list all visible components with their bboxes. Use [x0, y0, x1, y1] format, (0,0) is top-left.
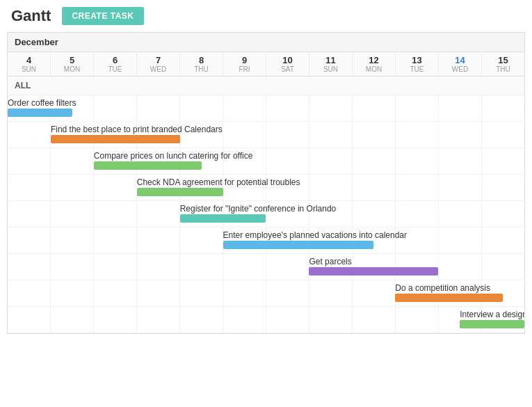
day-col-9: 9FRI — [223, 52, 266, 76]
task-label: Check NDA agreement for potential troubl… — [137, 177, 300, 187]
task-label: Find the best place to print branded Cal… — [51, 125, 223, 134]
day-number: 9 — [225, 55, 264, 65]
day-col-4: 4SUN — [8, 52, 51, 76]
task-bar — [137, 188, 223, 196]
task-bar — [309, 267, 438, 276]
day-label: TUE — [95, 65, 135, 73]
day-col-14: 14WED — [439, 52, 482, 76]
day-col-5: 5MON — [51, 52, 94, 76]
create-task-button[interactable]: CrEATE TASK — [62, 7, 143, 25]
day-number: 7 — [138, 55, 178, 65]
tasks-area: Order coffee filtersFind the best place … — [8, 95, 524, 333]
task-label: Order coffee filters — [8, 98, 76, 108]
day-col-15: 15THU — [482, 52, 524, 76]
gantt-chart: December 4SUN5MON6TUE7WED8THU9FRI10SAT11… — [7, 32, 525, 334]
day-number: 4 — [9, 55, 49, 65]
day-label: MON — [52, 65, 92, 73]
day-col-8: 8THU — [180, 52, 223, 76]
task-label: Get parcels — [309, 257, 351, 266]
day-number: 14 — [440, 55, 480, 65]
task-bar — [223, 241, 374, 249]
task-row: Do a competition analysis — [8, 280, 524, 307]
day-number: 11 — [311, 55, 350, 65]
task-bar — [460, 320, 524, 328]
all-label: ALL — [8, 77, 524, 95]
day-label: SUN — [311, 65, 350, 73]
task-bar — [8, 109, 72, 117]
task-label: Do a competition analysis — [395, 283, 490, 293]
task-label: Interview a design candidate: Jane — [460, 310, 525, 319]
day-label: THU — [182, 65, 221, 73]
day-label: WED — [138, 65, 178, 73]
days-header: 4SUN5MON6TUE7WED8THU9FRI10SAT11SUN12MON1… — [8, 52, 524, 77]
task-row: Get parcels — [8, 254, 524, 280]
day-label: WED — [440, 65, 480, 73]
day-label: THU — [483, 65, 523, 73]
day-label: SAT — [268, 65, 307, 73]
task-bar — [51, 135, 180, 143]
day-label: SUN — [9, 65, 49, 73]
day-number: 10 — [268, 55, 307, 65]
page-header: Gantt CrEATE TASK — [0, 0, 532, 32]
task-bar — [395, 294, 503, 302]
task-row: Find the best place to print branded Cal… — [8, 122, 524, 148]
day-col-6: 6TUE — [94, 52, 137, 76]
task-label: Enter employee's planned vacations into … — [223, 230, 407, 240]
task-bar — [180, 214, 266, 223]
day-number: 6 — [95, 55, 135, 65]
day-number: 5 — [52, 55, 92, 65]
day-col-10: 10SAT — [266, 52, 309, 76]
task-label: Register for "Ignite" conference in Orla… — [180, 204, 337, 214]
day-col-11: 11SUN — [309, 52, 353, 76]
day-col-7: 7WED — [137, 52, 180, 76]
task-row: Check NDA agreement for potential troubl… — [8, 175, 524, 201]
day-number: 12 — [354, 55, 394, 65]
task-row: Enter employee's planned vacations into … — [8, 228, 524, 254]
task-row: Register for "Ignite" conference in Orla… — [8, 201, 524, 228]
task-label: Compare prices on lunch catering for off… — [94, 151, 253, 161]
day-label: MON — [354, 65, 394, 73]
task-bar — [94, 161, 202, 170]
page-title: Gantt — [11, 7, 51, 25]
task-row: Order coffee filters — [8, 95, 524, 122]
day-number: 15 — [483, 55, 523, 65]
task-row: Interview a design candidate: Jane — [8, 307, 524, 333]
task-row: Compare prices on lunch catering for off… — [8, 148, 524, 175]
day-col-12: 12MON — [353, 52, 396, 76]
day-number: 13 — [397, 55, 437, 65]
day-label: FRI — [225, 65, 264, 73]
month-label: December — [8, 33, 524, 52]
day-label: TUE — [397, 65, 437, 73]
day-number: 8 — [182, 55, 221, 65]
day-col-13: 13TUE — [396, 52, 439, 76]
